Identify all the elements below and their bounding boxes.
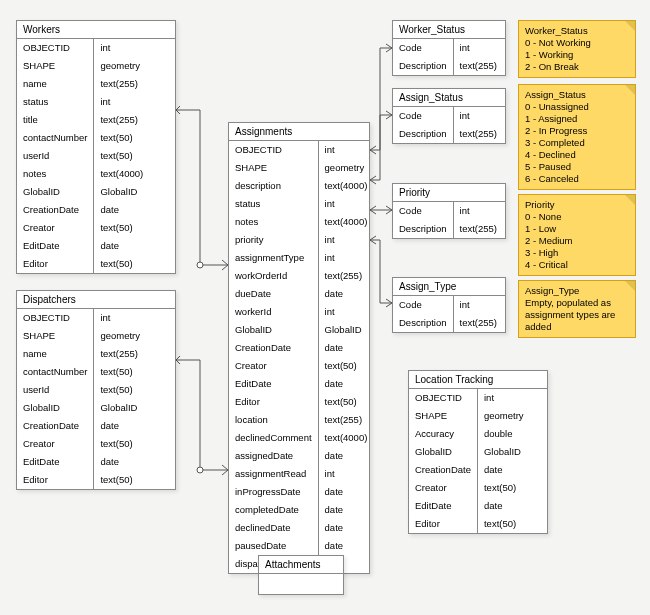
field-type: date <box>94 201 149 219</box>
field-name: OBJECTID <box>409 389 477 407</box>
field-name: name <box>17 345 93 363</box>
field-name: GlobalID <box>229 321 318 339</box>
field-type: text(255) <box>319 267 374 285</box>
field-name: userId <box>17 147 93 165</box>
field-type: int <box>454 202 504 220</box>
field-type: int <box>454 39 504 57</box>
field-type: text(255) <box>454 314 504 332</box>
field-type: date <box>319 483 374 501</box>
field-type: GlobalID <box>478 443 530 461</box>
field-name: Editor <box>17 471 93 489</box>
field-name: Accuracy <box>409 425 477 443</box>
field-name: notes <box>17 165 93 183</box>
entity-dispatchers: Dispatchers OBJECTIDSHAPEnamecontactNumb… <box>16 290 176 490</box>
field-name: EditDate <box>17 237 93 255</box>
note-line: 4 - Declined <box>525 149 629 161</box>
field-type: int <box>94 309 146 327</box>
note-line: 2 - In Progress <box>525 125 629 137</box>
note-line: 0 - Not Working <box>525 37 629 49</box>
note-assign-type: Assign_Type Empty, populated asassignmen… <box>518 280 636 338</box>
field-name: CreationDate <box>229 339 318 357</box>
field-name: Editor <box>409 515 477 533</box>
field-type: text(4000) <box>319 429 374 447</box>
field-type: date <box>319 375 374 393</box>
field-name: completedDate <box>229 501 318 519</box>
field-name: assignmentRead <box>229 465 318 483</box>
field-name: Creator <box>229 357 318 375</box>
entity-assignments: Assignments OBJECTIDSHAPEdescriptionstat… <box>228 122 370 574</box>
field-type: date <box>319 447 374 465</box>
field-name: EditDate <box>17 453 93 471</box>
field-type: text(4000) <box>319 213 374 231</box>
note-line: 1 - Working <box>525 49 629 61</box>
field-name: declinedDate <box>229 519 318 537</box>
field-type: int <box>478 389 530 407</box>
field-name: CreationDate <box>409 461 477 479</box>
field-name: workOrderId <box>229 267 318 285</box>
entity-title: Attachments <box>259 556 343 574</box>
note-line: 0 - None <box>525 211 629 223</box>
field-type: text(50) <box>94 435 146 453</box>
entity-title: Assignments <box>229 123 369 141</box>
field-name: GlobalID <box>17 183 93 201</box>
field-name: contactNumber <box>17 363 93 381</box>
field-name: userId <box>17 381 93 399</box>
note-line: 2 - Medium <box>525 235 629 247</box>
field-type: text(255) <box>94 345 146 363</box>
field-type: text(50) <box>478 479 530 497</box>
field-type: text(4000) <box>94 165 149 183</box>
note-line: 4 - Critical <box>525 259 629 271</box>
field-name: contactNumber <box>17 129 93 147</box>
field-type: date <box>319 339 374 357</box>
field-type: date <box>319 501 374 519</box>
field-type: GlobalID <box>94 399 146 417</box>
field-name: priority <box>229 231 318 249</box>
entity-title: Assign_Status <box>393 89 505 107</box>
field-type: GlobalID <box>94 183 149 201</box>
note-line: Empty, populated as <box>525 297 629 309</box>
note-line: 1 - Low <box>525 223 629 235</box>
note-line: 6 - Canceled <box>525 173 629 185</box>
field-type: date <box>94 453 146 471</box>
entity-assign-type: Assign_Type CodeDescriptioninttext(255) <box>392 277 506 333</box>
field-type: date <box>319 537 374 555</box>
field-type: int <box>319 465 374 483</box>
field-type: geometry <box>94 327 146 345</box>
field-type: date <box>94 417 146 435</box>
field-type: int <box>319 249 374 267</box>
field-type: date <box>319 519 374 537</box>
note-priority: Priority 0 - None1 - Low2 - Medium3 - Hi… <box>518 194 636 276</box>
entity-title: Worker_Status <box>393 21 505 39</box>
note-line: 1 - Assigned <box>525 113 629 125</box>
field-type: date <box>478 497 530 515</box>
field-name: SHAPE <box>17 57 93 75</box>
field-type: text(255) <box>94 75 149 93</box>
field-name: workerId <box>229 303 318 321</box>
field-name: OBJECTID <box>229 141 318 159</box>
field-type: text(50) <box>94 363 146 381</box>
field-name: Code <box>393 296 453 314</box>
field-type: int <box>319 303 374 321</box>
field-name: assignedDate <box>229 447 318 465</box>
field-name: Code <box>393 39 453 57</box>
entity-title: Location Tracking <box>409 371 547 389</box>
field-name: notes <box>229 213 318 231</box>
entity-title: Priority <box>393 184 505 202</box>
entity-workers: Workers OBJECTIDSHAPEnamestatustitlecont… <box>16 20 176 274</box>
field-name: Creator <box>17 435 93 453</box>
field-type: text(50) <box>94 471 146 489</box>
field-name: location <box>229 411 318 429</box>
field-type: text(50) <box>478 515 530 533</box>
field-name: Creator <box>409 479 477 497</box>
field-type: date <box>319 285 374 303</box>
field-name: status <box>17 93 93 111</box>
field-type: GlobalID <box>319 321 374 339</box>
field-name: Code <box>393 202 453 220</box>
field-type: int <box>454 107 504 125</box>
note-line: assignment types are added <box>525 309 629 333</box>
field-name: inProgressDate <box>229 483 318 501</box>
field-name: SHAPE <box>229 159 318 177</box>
field-name: CreationDate <box>17 417 93 435</box>
field-type: date <box>94 237 149 255</box>
field-name: name <box>17 75 93 93</box>
